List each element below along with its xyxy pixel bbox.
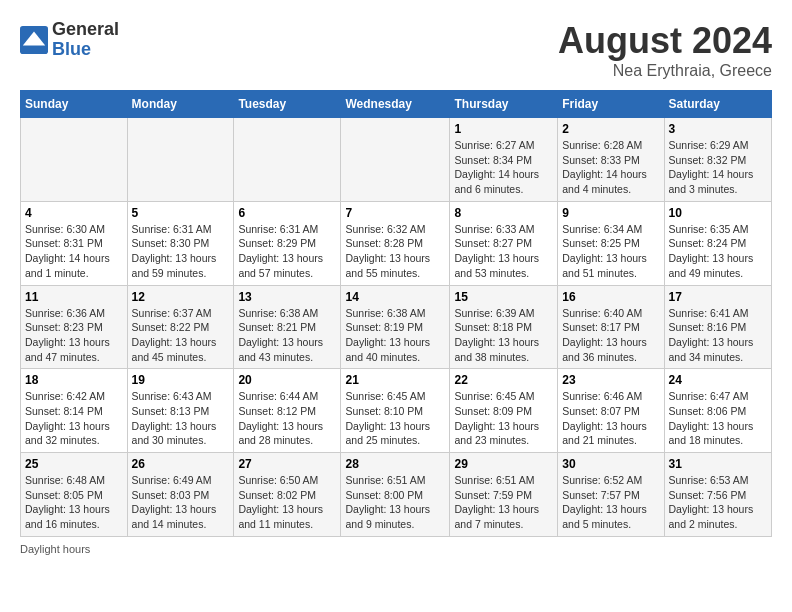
calendar-week-row: 1Sunrise: 6:27 AM Sunset: 8:34 PM Daylig… [21,118,772,202]
day-info: Sunrise: 6:45 AM Sunset: 8:09 PM Dayligh… [454,389,553,448]
calendar-cell [21,118,128,202]
calendar-cell: 11Sunrise: 6:36 AM Sunset: 8:23 PM Dayli… [21,285,128,369]
calendar-cell: 12Sunrise: 6:37 AM Sunset: 8:22 PM Dayli… [127,285,234,369]
day-info: Sunrise: 6:31 AM Sunset: 8:29 PM Dayligh… [238,222,336,281]
footer-note: Daylight hours [20,543,772,555]
calendar-cell: 15Sunrise: 6:39 AM Sunset: 8:18 PM Dayli… [450,285,558,369]
calendar-cell: 23Sunrise: 6:46 AM Sunset: 8:07 PM Dayli… [558,369,664,453]
day-number: 5 [132,206,230,220]
day-number: 7 [345,206,445,220]
day-number: 18 [25,373,123,387]
day-number: 28 [345,457,445,471]
day-info: Sunrise: 6:49 AM Sunset: 8:03 PM Dayligh… [132,473,230,532]
day-number: 19 [132,373,230,387]
day-number: 15 [454,290,553,304]
day-info: Sunrise: 6:48 AM Sunset: 8:05 PM Dayligh… [25,473,123,532]
calendar-header-row: SundayMondayTuesdayWednesdayThursdayFrid… [21,91,772,118]
day-number: 1 [454,122,553,136]
day-number: 25 [25,457,123,471]
day-info: Sunrise: 6:47 AM Sunset: 8:06 PM Dayligh… [669,389,767,448]
calendar-cell: 18Sunrise: 6:42 AM Sunset: 8:14 PM Dayli… [21,369,128,453]
day-info: Sunrise: 6:51 AM Sunset: 7:59 PM Dayligh… [454,473,553,532]
day-info: Sunrise: 6:42 AM Sunset: 8:14 PM Dayligh… [25,389,123,448]
calendar-cell: 14Sunrise: 6:38 AM Sunset: 8:19 PM Dayli… [341,285,450,369]
day-info: Sunrise: 6:30 AM Sunset: 8:31 PM Dayligh… [25,222,123,281]
day-number: 2 [562,122,659,136]
day-number: 31 [669,457,767,471]
day-info: Sunrise: 6:27 AM Sunset: 8:34 PM Dayligh… [454,138,553,197]
day-info: Sunrise: 6:50 AM Sunset: 8:02 PM Dayligh… [238,473,336,532]
day-number: 12 [132,290,230,304]
calendar-cell: 1Sunrise: 6:27 AM Sunset: 8:34 PM Daylig… [450,118,558,202]
day-info: Sunrise: 6:46 AM Sunset: 8:07 PM Dayligh… [562,389,659,448]
calendar-cell: 8Sunrise: 6:33 AM Sunset: 8:27 PM Daylig… [450,201,558,285]
day-number: 17 [669,290,767,304]
calendar-cell: 17Sunrise: 6:41 AM Sunset: 8:16 PM Dayli… [664,285,771,369]
calendar-cell: 31Sunrise: 6:53 AM Sunset: 7:56 PM Dayli… [664,453,771,537]
calendar-cell: 21Sunrise: 6:45 AM Sunset: 8:10 PM Dayli… [341,369,450,453]
day-header: Saturday [664,91,771,118]
logo: General Blue [20,20,119,60]
calendar-cell: 6Sunrise: 6:31 AM Sunset: 8:29 PM Daylig… [234,201,341,285]
day-info: Sunrise: 6:34 AM Sunset: 8:25 PM Dayligh… [562,222,659,281]
day-number: 14 [345,290,445,304]
logo-icon [20,26,48,54]
day-number: 30 [562,457,659,471]
page-title: August 2024 [558,20,772,62]
day-number: 3 [669,122,767,136]
calendar-cell: 13Sunrise: 6:38 AM Sunset: 8:21 PM Dayli… [234,285,341,369]
day-header: Sunday [21,91,128,118]
page-header: General Blue August 2024 Nea Erythraia, … [20,20,772,80]
day-number: 4 [25,206,123,220]
logo-blue: Blue [52,40,119,60]
day-info: Sunrise: 6:52 AM Sunset: 7:57 PM Dayligh… [562,473,659,532]
day-header: Thursday [450,91,558,118]
calendar-cell: 3Sunrise: 6:29 AM Sunset: 8:32 PM Daylig… [664,118,771,202]
day-number: 10 [669,206,767,220]
day-number: 26 [132,457,230,471]
logo-general: General [52,20,119,40]
day-info: Sunrise: 6:28 AM Sunset: 8:33 PM Dayligh… [562,138,659,197]
day-info: Sunrise: 6:41 AM Sunset: 8:16 PM Dayligh… [669,306,767,365]
day-number: 24 [669,373,767,387]
calendar-cell: 22Sunrise: 6:45 AM Sunset: 8:09 PM Dayli… [450,369,558,453]
day-number: 8 [454,206,553,220]
day-info: Sunrise: 6:40 AM Sunset: 8:17 PM Dayligh… [562,306,659,365]
day-number: 20 [238,373,336,387]
day-info: Sunrise: 6:37 AM Sunset: 8:22 PM Dayligh… [132,306,230,365]
day-info: Sunrise: 6:31 AM Sunset: 8:30 PM Dayligh… [132,222,230,281]
calendar-cell [341,118,450,202]
calendar-week-row: 25Sunrise: 6:48 AM Sunset: 8:05 PM Dayli… [21,453,772,537]
calendar-cell: 26Sunrise: 6:49 AM Sunset: 8:03 PM Dayli… [127,453,234,537]
day-number: 13 [238,290,336,304]
calendar-cell: 27Sunrise: 6:50 AM Sunset: 8:02 PM Dayli… [234,453,341,537]
calendar-cell: 4Sunrise: 6:30 AM Sunset: 8:31 PM Daylig… [21,201,128,285]
footer-text: Daylight hours [20,543,90,555]
calendar-cell: 7Sunrise: 6:32 AM Sunset: 8:28 PM Daylig… [341,201,450,285]
title-block: August 2024 Nea Erythraia, Greece [558,20,772,80]
day-info: Sunrise: 6:33 AM Sunset: 8:27 PM Dayligh… [454,222,553,281]
calendar-cell [234,118,341,202]
calendar-cell: 30Sunrise: 6:52 AM Sunset: 7:57 PM Dayli… [558,453,664,537]
day-number: 6 [238,206,336,220]
calendar-cell: 28Sunrise: 6:51 AM Sunset: 8:00 PM Dayli… [341,453,450,537]
calendar-cell: 24Sunrise: 6:47 AM Sunset: 8:06 PM Dayli… [664,369,771,453]
day-number: 16 [562,290,659,304]
day-info: Sunrise: 6:51 AM Sunset: 8:00 PM Dayligh… [345,473,445,532]
day-number: 9 [562,206,659,220]
day-number: 27 [238,457,336,471]
day-info: Sunrise: 6:38 AM Sunset: 8:19 PM Dayligh… [345,306,445,365]
calendar-cell: 16Sunrise: 6:40 AM Sunset: 8:17 PM Dayli… [558,285,664,369]
day-info: Sunrise: 6:36 AM Sunset: 8:23 PM Dayligh… [25,306,123,365]
calendar-cell: 25Sunrise: 6:48 AM Sunset: 8:05 PM Dayli… [21,453,128,537]
day-header: Friday [558,91,664,118]
day-number: 23 [562,373,659,387]
calendar-cell [127,118,234,202]
page-subtitle: Nea Erythraia, Greece [558,62,772,80]
calendar-cell: 9Sunrise: 6:34 AM Sunset: 8:25 PM Daylig… [558,201,664,285]
day-info: Sunrise: 6:38 AM Sunset: 8:21 PM Dayligh… [238,306,336,365]
logo-text: General Blue [52,20,119,60]
day-header: Monday [127,91,234,118]
day-info: Sunrise: 6:32 AM Sunset: 8:28 PM Dayligh… [345,222,445,281]
calendar-week-row: 18Sunrise: 6:42 AM Sunset: 8:14 PM Dayli… [21,369,772,453]
